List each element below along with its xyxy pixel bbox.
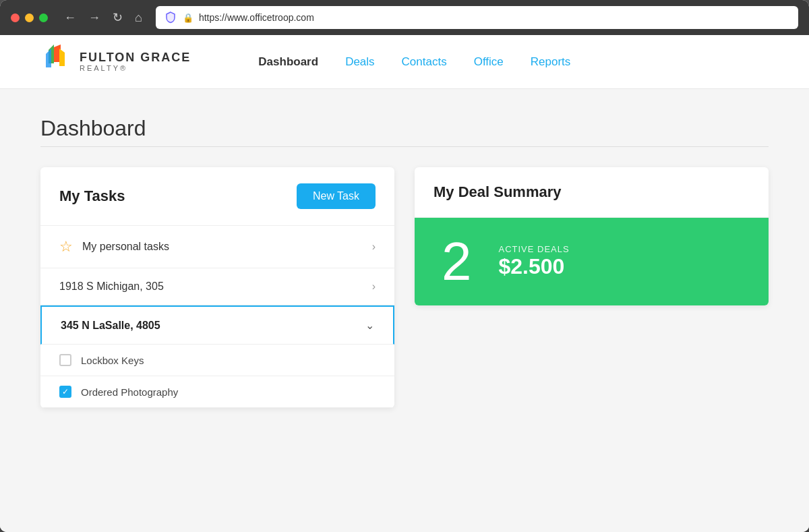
subtask-label-lockbox: Lockbox Keys [81, 355, 144, 366]
title-bar: ← → ↻ ⌂ 🔒 https://www.officetroop.com [0, 0, 809, 35]
nav-deals[interactable]: Deals [345, 55, 374, 69]
logo-sub: REALTY® [80, 64, 191, 72]
logo-text: FULTON GRACE REALTY® [80, 51, 191, 73]
forward-button[interactable]: → [86, 8, 103, 28]
checkbox-photo[interactable]: ✓ [59, 386, 71, 398]
site-nav: Dashboard Deals Contacts Office Reports [258, 55, 570, 69]
subtask-label-photo: Ordered Photography [81, 386, 178, 398]
task-item-michigan[interactable]: 1918 S Michigan, 305 › [40, 268, 394, 305]
task-item-personal[interactable]: ☆ My personal tasks › [40, 226, 394, 268]
logo-graphic [40, 43, 73, 81]
back-button[interactable]: ← [61, 8, 79, 28]
minimize-button[interactable] [25, 13, 34, 22]
deal-amount: $2.500 [499, 254, 570, 279]
deal-info: ACTIVE DEALS $2.500 [499, 244, 570, 279]
tasks-card: My Tasks New Task ☆ My personal tasks › [40, 167, 394, 408]
page-title: Dashboard [40, 116, 769, 141]
task-label-michigan: 1918 S Michigan, 305 [59, 280, 164, 293]
subtask-lockbox: Lockbox Keys [40, 345, 394, 376]
tasks-card-title: My Tasks [59, 187, 125, 205]
address-bar[interactable]: 🔒 https://www.officetroop.com [156, 6, 798, 29]
deal-summary-card: My Deal Summary 2 ACTIVE DEALS $2.500 [415, 167, 769, 305]
maximize-button[interactable] [39, 13, 48, 22]
bitwarden-icon [164, 11, 177, 24]
deal-count: 2 [415, 221, 499, 302]
svg-marker-2 [46, 49, 51, 67]
nav-reports[interactable]: Reports [531, 55, 571, 69]
url-text[interactable]: https://www.officetroop.com [199, 12, 790, 23]
deal-active-label: ACTIVE DEALS [499, 244, 570, 254]
logo-area[interactable]: FULTON GRACE REALTY® [40, 43, 191, 81]
check-mark-icon: ✓ [62, 387, 69, 396]
star-icon: ☆ [59, 238, 73, 256]
lock-icon: 🔒 [183, 13, 193, 23]
chevron-right-icon-2: › [372, 280, 376, 293]
deal-card-title: My Deal Summary [433, 183, 562, 200]
checkbox-lockbox[interactable] [59, 354, 71, 366]
home-button[interactable]: ⌂ [132, 8, 145, 28]
chevron-down-icon: ⌄ [365, 319, 374, 332]
subtask-photo: ✓ Ordered Photography [40, 376, 394, 408]
nav-office[interactable]: Office [474, 55, 504, 69]
close-button[interactable] [11, 13, 20, 22]
page-divider [40, 146, 769, 147]
new-task-button[interactable]: New Task [297, 183, 376, 209]
task-label-lasalle: 345 N LaSalle, 4805 [61, 320, 160, 332]
task-label-personal: My personal tasks [82, 241, 169, 253]
chevron-right-icon: › [372, 241, 376, 253]
nav-dashboard[interactable]: Dashboard [258, 55, 318, 69]
site-header: FULTON GRACE REALTY® Dashboard Deals Con… [0, 35, 809, 89]
task-item-lasalle[interactable]: 345 N LaSalle, 4805 ⌄ [40, 305, 394, 345]
svg-marker-3 [59, 49, 65, 66]
traffic-lights [11, 13, 48, 22]
browser-nav-buttons: ← → ↻ ⌂ [61, 7, 145, 28]
browser-window: ← → ↻ ⌂ 🔒 https://www.officetroop.com [0, 0, 809, 532]
tasks-card-header: My Tasks New Task [40, 167, 394, 226]
refresh-button[interactable]: ↻ [110, 7, 125, 28]
dashboard-grid: My Tasks New Task ☆ My personal tasks › [40, 167, 769, 408]
page-content: FULTON GRACE REALTY® Dashboard Deals Con… [0, 35, 809, 532]
deal-card-header: My Deal Summary [415, 167, 769, 218]
nav-contacts[interactable]: Contacts [402, 55, 447, 69]
deal-summary-box: 2 ACTIVE DEALS $2.500 [415, 218, 769, 305]
main-content: Dashboard My Tasks New Task ☆ My persona… [0, 89, 809, 532]
logo-name: FULTON GRACE [80, 51, 191, 65]
